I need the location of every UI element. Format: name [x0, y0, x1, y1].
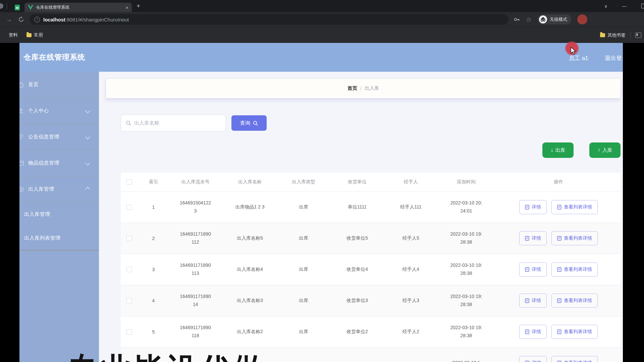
cell-time: 2022-03-10 19:28:38 — [450, 324, 482, 340]
bookmark-item[interactable]: 资料 — [9, 32, 18, 38]
detail-button[interactable]: 详情 — [519, 231, 547, 245]
cell-unit: 收货单位5 — [329, 235, 386, 241]
query-button-label: 查询 — [240, 120, 250, 126]
list-detail-button[interactable]: 查看列表详情 — [551, 231, 598, 245]
sidebar-item-home[interactable]: 首页 — [19, 72, 99, 98]
row-checkbox[interactable] — [126, 329, 132, 335]
detail-button-label: 详情 — [532, 266, 541, 273]
other-bookmarks[interactable]: 其他书签 — [600, 32, 626, 38]
cell-unit: 收货单位3 — [329, 298, 386, 304]
arrow-up-icon: ↑ — [598, 147, 600, 153]
sidebar-item-personal-center[interactable]: 个人中心 — [19, 98, 99, 124]
detail-button[interactable]: 详情 — [519, 200, 547, 214]
cell-unit: 单位1111 — [329, 204, 386, 210]
search-icon — [126, 120, 131, 126]
cell-serial: 164691171890118 — [179, 324, 212, 340]
sidebar-item-inout-mgmt[interactable]: 出入库管理 — [19, 176, 99, 202]
detail-button[interactable]: 详情 — [519, 262, 547, 277]
browser-tab-strip: 仓库在线管理系统 × + ∨ — — [0, 0, 644, 12]
cell-serial: 164691171890112 — [179, 230, 212, 246]
chevron-down-icon — [85, 134, 91, 140]
bookmark-folder[interactable]: 常用 — [26, 32, 43, 38]
list-detail-button[interactable]: 查看列表详情 — [551, 262, 598, 277]
document-icon — [557, 267, 561, 272]
detail-button[interactable]: 详情 — [519, 356, 547, 362]
partial-favicon-icon — [0, 3, 3, 9]
document-icon — [557, 236, 561, 241]
list-detail-button[interactable]: 查看列表详情 — [551, 356, 598, 362]
sidebar-subitem-label: 出入库管理 — [24, 211, 50, 218]
inbound-button[interactable]: ↑ 入库 — [589, 142, 621, 158]
outbound-button[interactable]: ↓ 出库 — [542, 142, 574, 158]
box-icon — [19, 161, 25, 166]
cell-serial: 164691171890113 — [179, 261, 212, 278]
cell-index: 1 — [138, 204, 169, 210]
list-detail-button-label: 查看列表详情 — [564, 360, 592, 362]
col-header-unit: 收货单位 — [329, 179, 386, 185]
screen-letterbox-right — [623, 43, 644, 362]
side-panel-icon[interactable] — [635, 33, 641, 38]
sidebar-subitem-inout-mgmt[interactable]: 出入库管理 — [19, 202, 99, 226]
app-title: 仓库在线管理系统 — [23, 52, 85, 62]
list-detail-button-label: 查看列表详情 — [564, 204, 592, 210]
sidebar-item-label: 公告信息管理 — [28, 134, 59, 140]
row-checkbox[interactable] — [126, 298, 132, 303]
pinned-tab-sheets[interactable] — [10, 3, 24, 12]
document-icon — [557, 329, 561, 334]
forward-icon[interactable]: → — [6, 16, 12, 23]
vue-icon — [28, 5, 33, 10]
cell-name: 出入库名称3 — [221, 298, 278, 304]
new-tab-button[interactable]: + — [137, 2, 140, 10]
row-checkbox[interactable] — [126, 204, 132, 210]
document-icon — [557, 205, 561, 209]
url-text: localhost:8081/#/shangpinChuruInout — [43, 17, 129, 22]
sidebar-item-label: 个人中心 — [28, 108, 49, 114]
detail-button-label: 详情 — [532, 235, 541, 241]
outbound-button-label: 出库 — [555, 147, 566, 154]
info-icon[interactable]: i — [34, 17, 40, 22]
search-input[interactable]: 出入库名称 — [121, 115, 226, 131]
breadcrumb-separator: / — [360, 86, 362, 91]
password-key-icon[interactable] — [513, 16, 520, 23]
list-detail-button[interactable]: 查看列表详情 — [551, 294, 598, 308]
tab-menu-icon[interactable]: ∨ — [604, 4, 607, 9]
list-detail-button[interactable]: 查看列表详情 — [551, 325, 598, 339]
query-button[interactable]: 查询 — [231, 115, 267, 131]
sidebar-subitem-inout-list-mgmt[interactable]: 出入库列表管理 — [19, 226, 99, 251]
row-checkbox[interactable] — [126, 267, 132, 272]
sidebar-subitem-label: 出入库列表管理 — [24, 235, 61, 241]
bookmark-star-icon[interactable]: ☆ — [526, 16, 532, 23]
col-header-handler: 经手人 — [386, 179, 436, 185]
url-bar[interactable]: i localhost:8081/#/shangpinChuruInout — [30, 14, 508, 25]
browser-toolbar: → i localhost:8081/#/shangpinChuruInout … — [0, 12, 644, 27]
minimize-icon[interactable]: — — [622, 4, 627, 9]
bookmarks-bar: 资料 常用 其他书签 — [0, 27, 644, 43]
cell-handler: 经手人4 — [386, 266, 436, 273]
maximize-icon[interactable] — [641, 4, 644, 8]
reload-icon[interactable] — [18, 16, 24, 22]
inbound-button-label: 入库 — [602, 147, 612, 154]
other-bookmarks-label: 其他书签 — [607, 32, 626, 38]
cell-name: 出入库名称5 — [221, 235, 278, 241]
document-icon — [557, 361, 561, 362]
chevron-down-icon — [85, 161, 91, 166]
select-all-checkbox[interactable] — [126, 179, 132, 185]
breadcrumb-home[interactable]: 首页 — [347, 85, 357, 92]
detail-button[interactable]: 详情 — [519, 325, 547, 339]
cell-handler: 经手人3 — [386, 298, 436, 304]
list-detail-button[interactable]: 查看列表详情 — [551, 200, 598, 214]
browser-tab[interactable]: 仓库在线管理系统 × — [24, 3, 132, 12]
detail-button[interactable]: 详情 — [519, 294, 547, 308]
logout-button[interactable]: 退出登录 — [605, 54, 623, 62]
list-detail-button-label: 查看列表详情 — [564, 298, 592, 304]
cell-time: 2022-03-10 19:28:38 — [450, 293, 482, 309]
tab-close-icon[interactable]: × — [125, 5, 128, 10]
profile-avatar[interactable] — [577, 14, 587, 24]
row-checkbox[interactable] — [126, 236, 132, 241]
cell-serial: 16469117189014 — [179, 293, 212, 309]
cell-index: 5 — [138, 329, 169, 335]
document-icon — [525, 329, 529, 334]
sidebar-item-announcement-mgmt[interactable]: 公告信息管理 — [19, 124, 99, 150]
sidebar-item-goods-mgmt[interactable]: 物品信息管理 — [19, 150, 99, 176]
cell-index: 3 — [138, 267, 169, 272]
